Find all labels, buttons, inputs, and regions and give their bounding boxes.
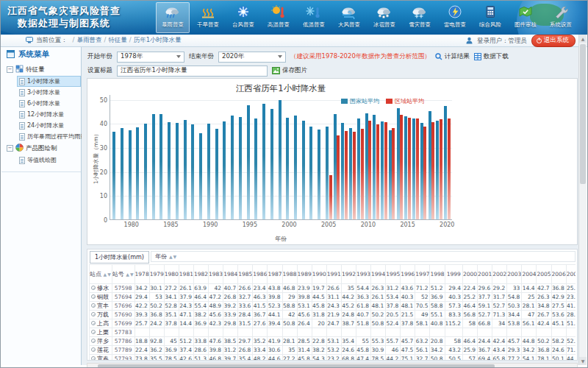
station-cell[interactable]: 上高 [90,319,112,328]
sidebar-item-12小时降水量[interactable]: 12小时降水量 [17,109,81,120]
sidebar-item-历年暴雨过程平均雨量[interactable]: 历年暴雨过程平均雨量 [17,131,81,142]
logout-button[interactable]: 退出系统 [531,35,576,47]
sidebar-item-24小时降水量[interactable]: 24小时降水量 [17,120,81,131]
year-column-header[interactable]: 1985 [238,265,253,284]
storm-rain-icon [164,4,182,21]
year-column-header[interactable]: 1989 [297,265,312,284]
year-column-header[interactable]: 2005 [537,265,551,284]
year-column-header[interactable]: 1987 [268,265,282,284]
year-column-header[interactable]: 1995 [386,265,401,284]
radio-icon[interactable] [91,312,96,316]
year-column-header[interactable]: 1983 [209,265,223,284]
value-cell: 26.1 [371,293,386,302]
year-column-header[interactable]: 1986 [253,265,268,284]
toolbar-item-10[interactable]: 综合风险 [473,2,507,33]
year-column-header[interactable]: 1990 [312,265,326,284]
year-group-header[interactable]: 年份▲▼ [151,251,576,262]
value-cell: 35 [282,346,297,355]
year-column-header[interactable]: 1993 [356,265,370,284]
value-cell: 28.1 [522,302,537,311]
vscroll-thumb[interactable] [580,44,586,184]
collapse-icon[interactable]: − [7,66,13,73]
year-column-header[interactable]: 2006 [551,265,566,284]
year-column-header[interactable]: 1994 [371,265,386,284]
radio-icon[interactable] [91,356,96,360]
toolbar-item-3[interactable]: 台风普查 [226,2,260,33]
radio-icon[interactable] [91,286,96,290]
data-download-button[interactable]: 数据下载 [474,52,509,61]
scroll-up-arrow-icon[interactable]: ▲ [579,35,587,43]
year-column-header[interactable]: 1981 [179,265,193,284]
table-horizontal-scrollbar[interactable] [87,363,578,368]
toolbar-item-label: 大风普查 [338,21,360,29]
year-column-header[interactable]: 1997 [415,265,430,284]
year-column-header[interactable]: 2004 [522,265,537,284]
toolbar-item-2[interactable]: 干旱普查 [191,2,225,33]
year-column-header[interactable]: 1979 [149,265,164,284]
station-cell[interactable]: 万载 [90,311,112,319]
toolbar-item-12[interactable]: 系统设置 [544,2,578,33]
year-column-header[interactable]: 2002 [492,265,507,284]
year-column-header[interactable]: 2003 [507,265,522,284]
hscroll-thumb[interactable] [98,364,495,368]
year-column-header[interactable]: 1982 [193,265,208,284]
radio-icon[interactable] [91,321,96,325]
toolbar-item-1[interactable]: 暴雨普查 [156,2,190,33]
station-cell[interactable]: 上栗 [90,328,112,337]
station-cell[interactable]: 萍乡 [90,337,112,346]
toolbar-item-7[interactable]: 冰雹普查 [368,2,401,33]
year-column-header[interactable]: 1988 [282,265,297,284]
year-column-header[interactable]: 2001 [478,265,492,284]
breadcrumb-item[interactable]: 暴雨普查 [76,36,101,43]
station-cell[interactable]: 莲花 [90,346,112,355]
toolbar-item-11[interactable]: 图件审核 [509,2,542,33]
sidebar-group-2[interactable]: −产品图绘制 [1,142,81,155]
value-cell: 23.2 [326,355,341,361]
year-column-header[interactable]: 1984 [223,265,238,284]
radio-icon[interactable] [91,347,96,352]
radio-icon[interactable] [91,303,96,308]
page-vertical-scrollbar[interactable]: ▲ ▼ [578,35,587,365]
end-year-select[interactable]: 2020年 [218,52,286,63]
station-cell[interactable]: 修水 [90,284,112,293]
value-cell [356,328,370,337]
start-year-select[interactable]: 1978年 [117,52,184,63]
year-column-header[interactable]: 2000 [463,265,478,284]
radio-icon[interactable] [91,294,96,299]
breadcrumb-item[interactable]: 历年1小时降水量 [134,36,182,43]
sidebar-item-1小时降水量[interactable]: 1小时降水量 [17,76,81,87]
toolbar-item-8[interactable]: 雪灾普查 [403,2,437,33]
value-cell: 29.6 [478,284,492,293]
chart-title-input[interactable] [117,66,268,77]
toolbar-item-9[interactable]: 雷电普查 [438,2,472,33]
table-row: 萍乡5778618.892.84551.233.847.638.529.735.… [90,337,576,346]
save-image-button[interactable]: 保存图片 [272,66,307,75]
radio-icon[interactable] [91,339,96,343]
station-column-header[interactable]: 站点 ▲▼ [90,265,112,284]
station-cell[interactable]: 宜春 [90,355,112,361]
station-cell[interactable]: 铜鼓 [90,293,112,302]
year-column-header[interactable]: 2007 [566,265,576,284]
year-column-header[interactable]: 1992 [341,265,356,284]
year-column-header[interactable]: 1996 [401,265,415,284]
station-cell[interactable]: 宜丰 [90,302,112,311]
value-cell: 40.7 [223,284,238,293]
year-column-header[interactable]: 1980 [164,265,179,284]
scroll-down-arrow-icon[interactable]: ▼ [579,357,587,365]
year-column-header[interactable]: 1991 [326,265,341,284]
station-id-column-header[interactable]: 站号 ▲▼ [112,265,135,284]
breadcrumb-item[interactable]: 特征量 [108,36,127,43]
year-column-header[interactable]: 1999 [445,265,462,284]
collapse-icon[interactable]: − [7,145,13,152]
sidebar-item-等值线绘图[interactable]: 等值线绘图 [17,155,81,166]
toolbar-item-4[interactable]: 高温普查 [262,2,295,33]
toolbar-item-6[interactable]: 大风普查 [332,2,366,33]
year-column-header[interactable]: 1978 [135,265,149,284]
sidebar-group-1[interactable]: −特征量 [1,63,81,76]
radio-icon[interactable] [91,330,96,334]
year-column-header[interactable]: 1998 [430,265,445,284]
calc-result-button[interactable]: 计算结果 [435,52,470,61]
sidebar-item-3小时降水量[interactable]: 3小时降水量 [17,87,81,98]
toolbar-item-5[interactable]: 低温普查 [297,2,331,33]
sidebar-item-6小时降水量[interactable]: 6小时降水量 [17,98,81,109]
